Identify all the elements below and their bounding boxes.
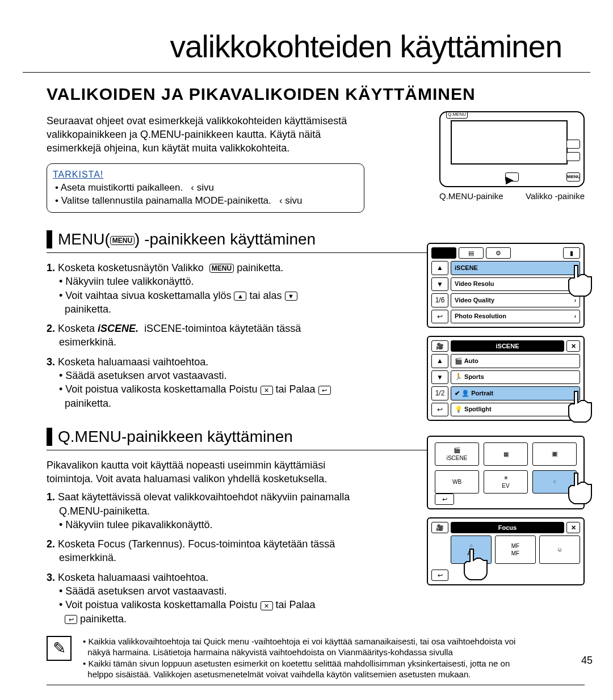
tab-icon: ▤ [459,247,484,259]
up-icon: ▲ [234,292,246,301]
section-title: VALIKOIDEN JA PIKAVALIKOIDEN KÄYTTÄMINEN [47,83,585,106]
close-button[interactable]: ✕ [566,340,580,352]
menu-button-icon: MENU [566,172,580,182]
step-sub: Säädä asetuksen arvot vastaavasti. [65,585,226,597]
check-item-ref: ‹ sivu [279,195,303,206]
note-icon: ✎ [47,636,72,661]
camera-icon: 🎥 [431,340,448,352]
subsection-title: MENU(MENU) -painikkeen käyttäminen [58,229,316,250]
step-sub: esimerkkinä. [47,551,387,564]
battery-icon: ▮ [563,247,580,259]
page-indicator: 1/2 [431,386,448,400]
menu-chip-icon: MENU [209,264,234,273]
step-text: iSCENE-toimintoa käytetään tässä [144,323,301,334]
note-text: helppo sisäistää. Valikkojen asetusmenet… [87,669,471,679]
menu-item-photo-res[interactable]: Photo Resolution› [451,310,580,324]
down-icon: ▼ [285,292,297,301]
intro-text: valikkopainikkeen ja Q.MENU-painikkeen k… [47,128,364,141]
hand-pointer-icon [563,467,597,507]
note-text: näkyä harmaina. Lisätietoja harmaina näk… [87,647,452,657]
submenu-title: iSCENE [451,340,564,352]
back-button[interactable]: ↩ [431,570,448,581]
tab-icon [431,247,456,259]
note-text: Kaikkia valikkovaihtoehtoja tai Quick me… [88,636,515,646]
section-marker-icon [47,428,52,446]
step-sub: Voit poistua valikosta koskettamalla Poi… [65,383,260,395]
step-text: iSCENE. [98,323,138,334]
qmenu-item[interactable]: 🔳 [532,442,577,466]
back-button[interactable]: ↩ [431,310,448,324]
note-text: Kaikki tämän sivun loppuun asetusten esi… [88,659,510,668]
step-text: Kosketa Focus (Tarkennus). Focus-toimint… [58,538,335,550]
bullet-icon: • [55,182,58,193]
intro-text: esimerkkejä ohjeina, kun käytät muita va… [47,141,364,155]
step-sub: Voit vaihtaa sivua koskettamalla ylös [65,290,234,301]
option-spotlight[interactable]: 💡 Spotlight [451,403,580,417]
option-sports[interactable]: 🏃 Sports [451,370,580,385]
step-sub: esimerkkinä. [47,335,387,349]
step-sub: Näkyviin tulee pikavalikkonäyttö. [65,519,212,530]
page-indicator: 1/6 [431,293,448,307]
qmenu-item-ev[interactable]: ☀EV [484,470,528,494]
step-text: Kosketa [58,323,98,334]
close-icon: ✕ [261,386,273,395]
focus-option-mf[interactable]: MFMF [495,535,536,564]
qmenu-screen: 🎬iSCENE ▦ 🔳 WB ☀EV ⁘ ↩ [427,436,585,509]
down-button[interactable]: ▼ [431,277,448,292]
hand-pointer-icon [459,543,493,583]
qmenu-button-label: Q.MENU-painike [439,191,503,202]
step-sub: tai Palaa [276,383,318,395]
menu-button-label: Valikko -painike [526,191,585,202]
step-text: Kosketa haluamaasi vaihtoehtoa. [58,572,208,583]
back-button[interactable]: ↩ [431,403,448,417]
step-text: Kosketa kosketusnäytön Valikko [58,262,204,273]
section-marker-icon [47,230,52,248]
page-number: 45 [581,653,593,667]
focus-option-face[interactable]: ☺ [539,535,580,564]
intro-text: Seuraavat ohjeet ovat esimerkkejä valikk… [47,114,364,128]
menu-item-iscene[interactable]: iSCENE› [451,261,580,275]
qmenu-item-iscene[interactable]: 🎬iSCENE [435,442,479,466]
submenu-title: Focus [451,522,564,533]
step-sub: tai Palaa [276,599,316,610]
step-text: Q.MENU-painiketta. [47,504,387,518]
tab-icon: ⚙ [486,247,511,259]
close-button[interactable]: ✕ [566,522,580,533]
hand-pointer-icon [563,386,597,425]
up-button[interactable]: ▲ [431,354,448,368]
subsection-title: Q.MENU-painikkeen käyttäminen [58,426,293,448]
back-icon: ↩ [65,615,77,624]
hand-pointer-icon [563,260,597,300]
check-item: Aseta muistikortti paikalleen. [61,182,183,193]
camera-icon: 🎥 [431,522,448,533]
step-sub: Näkyviin tulee valikkonäyttö. [65,276,194,287]
menu-item-video-res[interactable]: Video Resolu› [451,277,580,292]
focus-screen: 🎥 Focus ✕ ⁘AF MFMF ☺ ↩ [427,517,585,585]
camera-illustration: Q.MENU MENU ▶ Q.MENU-painike Valikko -pa… [439,111,585,202]
menu-chip-icon: MENU [110,236,135,245]
bullet-icon: • [55,195,58,206]
step-sub: painiketta. [80,613,127,625]
step-text: Kosketa haluamaasi vaihtoehtoa. [58,356,208,368]
check-item-ref: ‹ sivu [191,182,214,193]
step-sub: tai alas [249,290,284,301]
qmenu-label: Q.MENU [446,111,468,119]
up-button[interactable]: ▲ [431,261,448,275]
menu-screen-2: 🎥 iSCENE ✕ ▲ ▼ 1/2 ↩ 🎬 Auto 🏃 Sports ✔ 👤… [427,336,585,421]
option-auto[interactable]: 🎬 Auto [451,354,580,368]
close-icon: ✕ [261,601,273,610]
option-portrait[interactable]: ✔ 👤 Portrait [451,386,580,400]
menu-screen-1: ▤ ⚙ ▮ ▲ ▼ 1/6 ↩ iSCENE› Video Resolu› Vi… [427,243,585,328]
check-title: TARKISTA! [53,168,356,181]
back-icon: ↩ [318,386,331,395]
step-text: painiketta. [237,262,283,273]
step-sub: painiketta. [65,398,111,409]
check-box: TARKISTA! • Aseta muistikortti paikallee… [47,163,364,213]
qmenu-item-wb[interactable]: WB [435,470,479,494]
back-button[interactable]: ↩ [435,494,454,505]
down-button[interactable]: ▼ [431,370,448,385]
step-text: Saat käytettävissä olevat valikkovaihtoe… [58,491,350,503]
menu-item-video-quality[interactable]: Video Quality› [451,293,580,307]
step-sub: Voit poistua valikosta koskettamalla Poi… [65,599,260,610]
qmenu-item[interactable]: ▦ [484,442,528,466]
